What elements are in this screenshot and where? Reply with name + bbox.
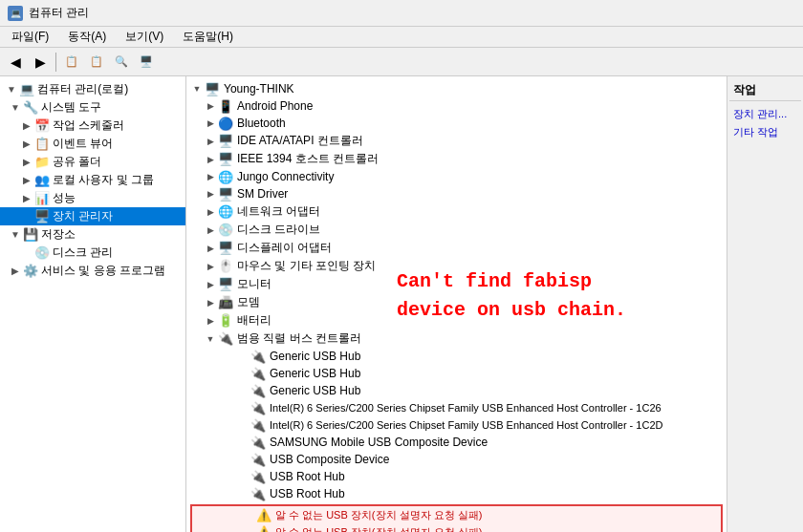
menu-help[interactable]: 도움말(H) [175,27,241,47]
task-label: 작업 스케줄러 [53,117,124,134]
toolbar-forward[interactable]: ▶ [29,52,52,73]
usb-child-1[interactable]: 🔌 Generic USB Hub [186,365,727,382]
toolbar-back[interactable]: ◀ [4,52,27,73]
system-tools-icon: 🔧 [23,100,38,116]
dev-ide[interactable]: ▶ 🖥️ IDE ATA/ATAPI 컨트롤러 [186,132,727,150]
tree-storage[interactable]: ▼ 💾 저장소 [0,225,185,244]
title-bar: 💻 컴퓨터 관리 [0,0,803,27]
action-item-0[interactable]: 장치 관리... [729,105,801,123]
dev-expand-modem[interactable]: ▶ [204,295,217,310]
action-item-1[interactable]: 기타 작업 [729,123,801,141]
warning-label-1: 알 수 없는 USB 장치(장치 설명자 요청 실패) [275,525,482,533]
dev-disk[interactable]: ▶ 💿 디스크 드라이브 [186,221,727,239]
dev-expand-sm[interactable]: ▶ [204,186,217,202]
dev-expand-usb[interactable]: ▼ [204,331,217,347]
dev-uc6-label: USB Composite Device [270,453,389,466]
folder-icon: 📁 [34,155,50,170]
toolbar-btn2[interactable]: 📋 [85,52,108,73]
toolbar-btn1[interactable]: 📋 [60,52,83,73]
dev-expand-disp[interactable]: ▶ [204,241,217,256]
dev-bluetooth[interactable]: ▶ 🔵 Bluetooth [186,115,727,132]
app-icon: 💻 [8,6,23,21]
usb-child-4[interactable]: 🔌 Intel(R) 6 Series/C200 Series Chipset … [186,416,727,434]
device-root[interactable]: ▼ 🖥️ Young-THINK [186,80,727,97]
dev-uc1-label: Generic USB Hub [270,367,360,380]
tree-shared-folder[interactable]: ▶ 📁 공유 폴더 [0,153,185,171]
dev-usb-icon: 🔌 [217,331,234,347]
dev-modem-label: 모뎀 [237,294,260,310]
dev-expand-ieee[interactable]: ▶ [204,152,217,167]
tree-root[interactable]: ▼ 💻 컴퓨터 관리(로컬) [0,80,185,98]
perf-icon: 📊 [34,191,50,206]
users-icon: 👥 [34,173,50,188]
perf-label: 성능 [53,190,76,206]
tree-event-viewer[interactable]: ▶ 📋 이벤트 뷰어 [0,135,185,153]
menu-action[interactable]: 동작(A) [60,27,114,47]
dev-bat-label: 배터리 [237,312,271,329]
dev-diskd-label: 디스크 드라이브 [237,222,320,238]
usb-child-5[interactable]: 🔌 SAMSUNG Mobile USB Composite Device [186,434,727,451]
dev-ieee[interactable]: ▶ 🖥️ IEEE 1394 호스트 컨트롤러 [186,150,727,168]
dev-ieee-label: IEEE 1394 호스트 컨트롤러 [237,151,379,167]
dev-android[interactable]: ▶ 📱 Android Phone [186,97,727,115]
expand-disk [19,245,34,261]
dev-expand-net[interactable]: ▶ [204,204,217,220]
tree-local-users[interactable]: ▶ 👥 로컬 사용자 및 그룹 [0,171,185,189]
tree-device-manager[interactable]: 🖥️ 장치 관리자 [0,207,185,225]
dev-usb-ctrl[interactable]: ▼ 🔌 범용 직렬 버스 컨트롤러 [186,330,727,348]
dev-uc0-label: Generic USB Hub [270,350,360,363]
dev-display[interactable]: ▶ 🖥️ 디스플레이 어댑터 [186,239,727,257]
usb-child-7[interactable]: 🔌 USB Root Hub [186,468,727,485]
dev-expand-android[interactable]: ▶ [204,98,217,114]
tree-system-tools[interactable]: ▼ 🔧 시스템 도구 [0,98,185,117]
dev-ide-icon: 🖥️ [217,134,234,149]
expand-shared[interactable]: ▶ [19,155,34,170]
toolbar-btn4[interactable]: 🖥️ [135,52,158,73]
tree-performance[interactable]: ▶ 📊 성능 [0,189,185,207]
usb-child-2[interactable]: 🔌 Generic USB Hub [186,382,727,399]
dev-android-label: Android Phone [237,99,313,113]
dev-bt-icon: 🔵 [217,116,234,131]
dev-expand-uc1 [236,366,250,381]
expand-task[interactable]: ▶ [19,118,34,134]
menu-view[interactable]: 보기(V) [118,27,171,47]
dev-expand-bt[interactable]: ▶ [204,116,217,131]
usb-child-8[interactable]: 🔌 USB Root Hub [186,485,727,502]
dev-expand-bat[interactable]: ▶ [204,313,217,329]
expand-users[interactable]: ▶ [19,173,34,188]
dev-sm-icon: 🖥️ [217,186,234,202]
usb-child-3[interactable]: 🔌 Intel(R) 6 Series/C200 Series Chipset … [186,399,727,416]
dev-expand-monitor[interactable]: ▶ [204,277,217,292]
dev-expand-mouse[interactable]: ▶ [204,259,217,274]
expand-event[interactable]: ▶ [19,137,34,152]
dev-expand-root[interactable]: ▼ [190,81,204,96]
dev-expand-jungo[interactable]: ▶ [204,169,217,184]
window-title: 컴퓨터 관리 [29,5,89,21]
expand-perf[interactable]: ▶ [19,191,34,206]
expand-storage[interactable]: ▼ [8,227,23,243]
dev-uc3-label: Intel(R) 6 Series/C200 Series Chipset Fa… [270,402,662,414]
warning-item-0[interactable]: ⚠️ 알 수 없는 USB 장치(장치 설명자 요청 실패) [192,506,721,523]
dev-jungo[interactable]: ▶ 🌐 Jungo Connectivity [186,168,727,185]
dev-expand-diskd[interactable]: ▶ [204,223,217,238]
dev-disp-label: 디스플레이 어댑터 [237,240,332,256]
dev-bt-label: Bluetooth [237,117,286,130]
toolbar-btn3[interactable]: 🔍 [110,52,133,73]
dev-expand-uc0 [236,349,250,364]
services-icon: ⚙️ [23,264,38,279]
usb-child-6[interactable]: 🔌 USB Composite Device [186,451,727,468]
dev-network[interactable]: ▶ 🌐 네트워크 어댑터 [186,202,727,221]
dev-sm[interactable]: ▶ 🖥️ SM Driver [186,185,727,202]
tree-disk-mgmt[interactable]: 💿 디스크 관리 [0,244,185,262]
menu-file[interactable]: 파일(F) [4,27,56,47]
expand-root[interactable]: ▼ [4,82,19,97]
usb-child-0[interactable]: 🔌 Generic USB Hub [186,348,727,365]
computer-name: Young-THINK [224,82,294,96]
dev-expand-ide[interactable]: ▶ [204,134,217,149]
tree-task-scheduler[interactable]: ▶ 📅 작업 스케줄러 [0,117,185,135]
tree-services[interactable]: ▶ ⚙️ 서비스 및 응용 프로그램 [0,262,185,280]
expand-services[interactable]: ▶ [8,264,23,279]
dev-uc0-icon: 🔌 [250,349,267,364]
expand-system[interactable]: ▼ [8,100,23,116]
warning-item-1[interactable]: ⚠️ 알 수 없는 USB 장치(장치 설명자 요청 실패) [192,523,721,532]
